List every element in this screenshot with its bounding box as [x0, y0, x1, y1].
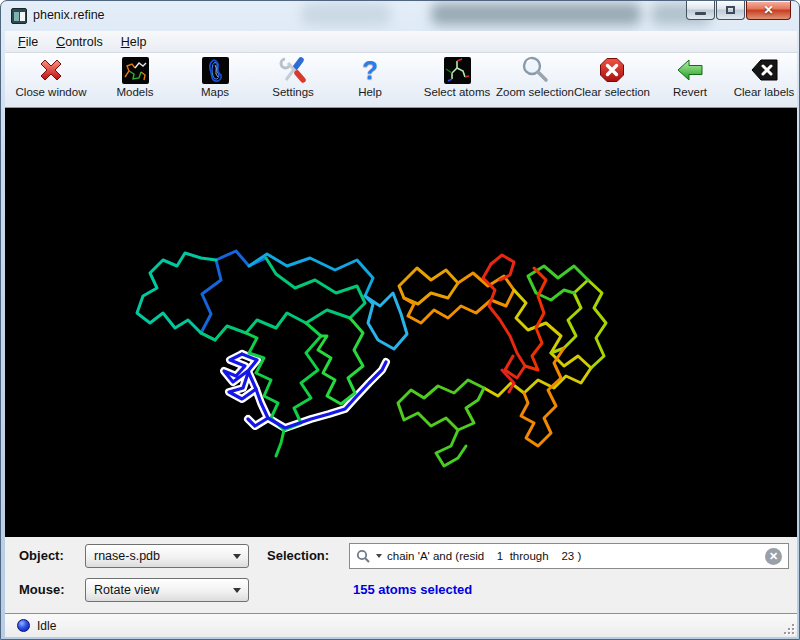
chevron-down-icon[interactable]: [376, 554, 382, 558]
select-atoms-button[interactable]: Select atoms: [419, 55, 495, 105]
revert-button[interactable]: Revert: [665, 55, 715, 105]
titlebar[interactable]: phenix.refine ✕: [1, 1, 799, 31]
mouse-label: Mouse:: [19, 582, 65, 597]
close-x-icon: [36, 55, 66, 85]
maps-icon: [200, 55, 230, 85]
close-button[interactable]: ✕: [746, 1, 791, 20]
minimize-button[interactable]: [686, 1, 715, 20]
window-controls: ✕: [685, 1, 791, 20]
object-dropdown-value: rnase-s.pdb: [94, 549, 160, 563]
zoom-magnifier-icon: [520, 55, 550, 85]
settings-tools-icon: [278, 55, 308, 85]
menu-file[interactable]: File: [9, 31, 47, 52]
mouse-mode-value: Rotate view: [94, 583, 159, 597]
control-panel: Object: rnase-s.pdb Selection: chain 'A'…: [5, 537, 797, 613]
select-atoms-icon: [442, 55, 472, 85]
app-icon: [11, 8, 27, 24]
close-window-button[interactable]: Close window: [11, 55, 91, 105]
resize-grip[interactable]: [782, 622, 794, 634]
menubar: File Controls Help: [5, 31, 797, 53]
models-button[interactable]: Models: [105, 55, 165, 105]
help-question-icon: ?: [355, 55, 385, 85]
selection-label: Selection:: [267, 548, 329, 563]
selection-input-value[interactable]: chain 'A' and (resid 1 through 23 ): [387, 550, 765, 562]
chevron-down-icon: [233, 588, 241, 593]
object-label: Object:: [19, 548, 64, 563]
clear-labels-tag-icon: [749, 55, 779, 85]
molecule-render: [5, 108, 797, 537]
menu-controls[interactable]: Controls: [47, 31, 112, 52]
clear-selection-stop-icon: [597, 55, 627, 85]
help-button[interactable]: ? Help: [350, 55, 390, 105]
clear-selection-button[interactable]: Clear selection: [568, 55, 656, 105]
settings-button[interactable]: Settings: [263, 55, 323, 105]
selection-input[interactable]: chain 'A' and (resid 1 through 23 ) ✕: [349, 543, 789, 569]
clear-labels-button[interactable]: Clear labels: [731, 55, 797, 105]
search-icon[interactable]: [356, 549, 371, 564]
titlebar-glass-blur: [431, 3, 641, 25]
models-icon: [120, 55, 150, 85]
window-title: phenix.refine: [33, 8, 105, 22]
molecule-viewport[interactable]: [5, 108, 797, 537]
maximize-button[interactable]: [716, 1, 745, 20]
mouse-mode-dropdown[interactable]: Rotate view: [85, 578, 249, 602]
revert-arrow-icon: [675, 55, 705, 85]
toolbar: Close window Models: [5, 53, 797, 108]
status-dot-icon: [17, 619, 30, 632]
maps-button[interactable]: Maps: [190, 55, 240, 105]
zoom-selection-button[interactable]: Zoom selection: [491, 55, 579, 105]
app-window: phenix.refine ✕ File Controls Help: [0, 0, 800, 640]
status-text: Idle: [37, 619, 56, 633]
titlebar-glass-blur: [301, 3, 391, 25]
object-dropdown[interactable]: rnase-s.pdb: [85, 544, 249, 568]
menu-help[interactable]: Help: [112, 31, 156, 52]
atoms-selected-status: 155 atoms selected: [353, 582, 472, 597]
chevron-down-icon: [233, 554, 241, 559]
clear-input-icon[interactable]: ✕: [765, 548, 782, 565]
status-bar: Idle: [5, 613, 797, 637]
